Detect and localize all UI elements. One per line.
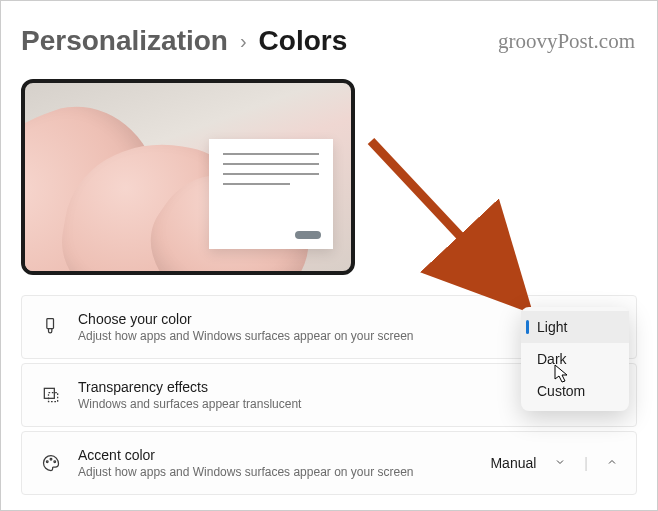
brush-icon bbox=[40, 316, 62, 338]
chevron-right-icon: › bbox=[240, 30, 247, 53]
breadcrumb-parent[interactable]: Personalization bbox=[21, 25, 228, 57]
svg-rect-2 bbox=[49, 393, 58, 402]
svg-point-5 bbox=[54, 461, 56, 463]
chevron-down-icon[interactable] bbox=[554, 455, 566, 471]
svg-point-4 bbox=[50, 458, 52, 460]
dropdown-option-custom[interactable]: Custom bbox=[521, 375, 629, 407]
svg-rect-0 bbox=[47, 319, 54, 329]
chevron-up-icon[interactable] bbox=[606, 455, 618, 471]
dropdown-option-light[interactable]: Light bbox=[521, 311, 629, 343]
dropdown-option-dark[interactable]: Dark bbox=[521, 343, 629, 375]
color-mode-dropdown: Light Dark Custom bbox=[521, 307, 629, 411]
accent-title: Accent color bbox=[78, 447, 474, 463]
svg-point-3 bbox=[46, 461, 48, 463]
svg-rect-1 bbox=[44, 388, 54, 398]
accent-desc: Adjust how apps and Windows surfaces app… bbox=[78, 465, 474, 479]
accent-color-row[interactable]: Accent color Adjust how apps and Windows… bbox=[21, 431, 637, 495]
preview-window bbox=[209, 139, 333, 249]
transparency-icon bbox=[40, 384, 62, 406]
page-title: Colors bbox=[259, 25, 348, 57]
palette-icon bbox=[40, 452, 62, 474]
accent-value[interactable]: Manual bbox=[490, 455, 536, 471]
watermark: groovyPost.com bbox=[498, 29, 635, 54]
svg-line-6 bbox=[371, 141, 521, 301]
cursor-icon bbox=[554, 364, 570, 384]
theme-preview bbox=[21, 79, 355, 275]
